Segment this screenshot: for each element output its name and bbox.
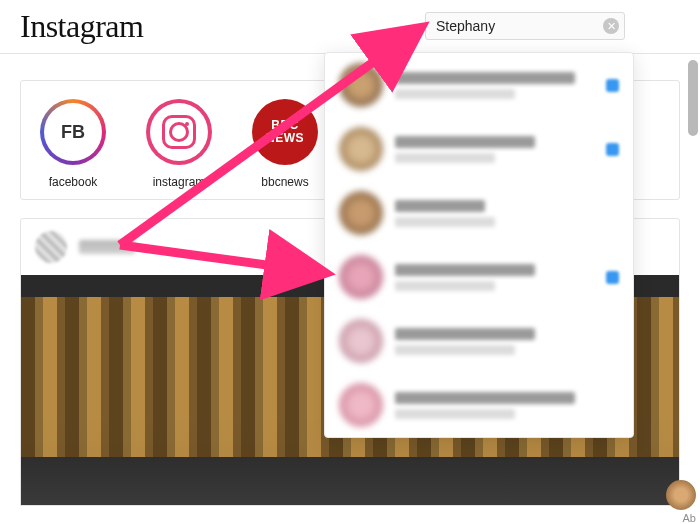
top-bar: Instagram ✕	[0, 0, 700, 54]
result-text	[395, 72, 588, 99]
search-result[interactable]	[325, 309, 633, 373]
sidebar-avatar[interactable]	[666, 480, 696, 510]
search-result[interactable]	[325, 373, 633, 437]
story-avatar	[150, 103, 208, 161]
verified-icon	[606, 79, 619, 92]
story-bbcnews[interactable]: BBC NEWS bbcnews	[247, 99, 323, 189]
result-text	[395, 392, 619, 419]
scrollbar-thumb[interactable]	[688, 60, 698, 136]
instagram-icon	[162, 115, 196, 149]
result-avatar	[339, 127, 383, 171]
result-username	[395, 392, 575, 404]
result-username	[395, 200, 485, 212]
result-fullname	[395, 89, 515, 99]
result-avatar	[339, 191, 383, 235]
result-text	[395, 200, 619, 227]
post-author-name[interactable]	[79, 240, 135, 254]
search-input[interactable]	[425, 12, 625, 40]
result-fullname	[395, 153, 495, 163]
result-text	[395, 328, 619, 355]
result-text	[395, 136, 588, 163]
result-avatar	[339, 383, 383, 427]
result-username	[395, 136, 535, 148]
post-author-avatar[interactable]	[35, 231, 67, 263]
result-fullname	[395, 345, 515, 355]
story-ring: FB	[40, 99, 106, 165]
story-label: facebook	[49, 175, 98, 189]
search-result[interactable]	[325, 245, 633, 309]
story-label: bbcnews	[261, 175, 308, 189]
search-container: ✕	[425, 12, 625, 40]
result-username	[395, 328, 535, 340]
result-fullname	[395, 217, 495, 227]
story-avatar: FB	[44, 103, 102, 161]
result-avatar	[339, 319, 383, 363]
result-text	[395, 264, 588, 291]
result-username	[395, 264, 535, 276]
result-avatar	[339, 63, 383, 107]
search-result[interactable]	[325, 181, 633, 245]
search-results-dropdown	[324, 52, 634, 438]
story-ring	[146, 99, 212, 165]
story-instagram[interactable]: instagram	[141, 99, 217, 189]
search-result[interactable]	[325, 53, 633, 117]
sidebar-text: Ab	[683, 512, 696, 524]
search-result[interactable]	[325, 117, 633, 181]
instagram-logo[interactable]: Instagram	[20, 8, 143, 45]
story-facebook[interactable]: FB facebook	[35, 99, 111, 189]
result-fullname	[395, 281, 495, 291]
result-username	[395, 72, 575, 84]
story-label: instagram	[153, 175, 206, 189]
result-avatar	[339, 255, 383, 299]
story-avatar: BBC NEWS	[256, 103, 314, 161]
clear-search-icon[interactable]: ✕	[603, 18, 619, 34]
result-fullname	[395, 409, 515, 419]
story-ring: BBC NEWS	[252, 99, 318, 165]
verified-icon	[606, 143, 619, 156]
verified-icon	[606, 271, 619, 284]
